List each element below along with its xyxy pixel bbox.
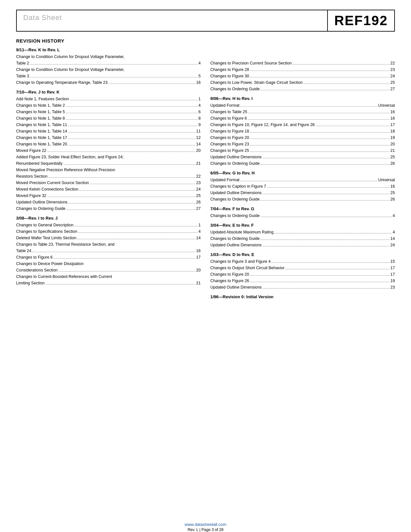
- toc-entry: Changes to Ordering Guide 27: [210, 86, 395, 92]
- right-column: Changes to Precision Current Source Sect…: [210, 38, 395, 300]
- page: Data Sheet REF192 REVISION HISTORY 9/11—…: [0, 10, 411, 532]
- toc-entry: Change to Operating Temperature Range, T…: [16, 79, 201, 86]
- toc-entry: Changes to Output Short Circuit Behavior…: [210, 265, 395, 271]
- toc-entry: Add Note 1, Features Section 1: [16, 96, 201, 102]
- toc-entry: Changes to Figure 25 21: [210, 147, 395, 154]
- toc-entry: Updated Outline Dimensions 25: [210, 154, 395, 160]
- toc-entry: Added Figure 23, Solder Heat Effect Sect…: [16, 154, 201, 167]
- rev-heading-3-04: 3/04—Rev. E to Rev. F: [210, 223, 395, 228]
- toc-entry: Changes to Ordering Guide 26: [210, 196, 395, 202]
- toc-entry: Changes to Note 1, Table 8 8: [16, 115, 201, 122]
- toc-entry: Changes to Ordering Guide 27: [16, 205, 201, 212]
- toc-entry: Changes to Note 1, Table 11 9: [16, 122, 201, 128]
- toc-entry: Changes to Figure 6 16: [210, 115, 395, 122]
- rev-heading-9-06: 9/06—Rev. H to Rev. I: [210, 96, 395, 101]
- toc-entry: Updated Outline Dimensions 24: [210, 242, 395, 248]
- revision-history-title: REVISION HISTORY: [16, 38, 201, 44]
- toc-entry: Updated Format Universal: [210, 177, 395, 183]
- toc-entry: Changes to Note 1, Table 17 12: [16, 134, 201, 141]
- header: Data Sheet REF192: [16, 10, 395, 32]
- toc-entry: Changes to Ordering Guide 14: [210, 235, 395, 242]
- toc-entry: Changes to Table 25 16: [210, 109, 395, 115]
- toc-entry: Changes to Current-Boosted References wi…: [16, 273, 201, 286]
- toc-entry: Changes to Figure 18 18: [210, 128, 395, 134]
- toc-entry: Changes to General Description 1: [16, 222, 201, 228]
- toc-entry: Updated Outline Dimensions 25: [210, 190, 395, 196]
- header-left-title: Data Sheet: [23, 14, 62, 22]
- toc-entry: Updated Absolute Maximum Rating 4: [210, 229, 395, 235]
- footer-link[interactable]: www.datasheetall.com: [185, 522, 226, 527]
- main-content: REVISION HISTORY 9/11—Rev. K to Rev. L C…: [16, 38, 395, 300]
- toc-entry: Changes to Figure 20 19: [210, 134, 395, 141]
- toc-entry: Moved Figure 22 20: [16, 147, 201, 154]
- toc-entry: Changes to Ordering Guide 4: [210, 212, 395, 219]
- toc-entry: Changes to Figure 20 17: [210, 271, 395, 278]
- toc-entry: Changes to Caption in Figure 7 16: [210, 183, 395, 190]
- toc-entry: Changes to Figure 3 and Figure 4 15: [210, 258, 395, 265]
- rev-heading-7-04: 7/04—Rev. F to Rev. G: [210, 206, 395, 211]
- toc-entry: Updated Outline Dimensions 26: [16, 199, 201, 205]
- rev-heading-1-03: 1/03—Rev. D to Rev. E: [210, 252, 395, 257]
- rev-heading-3-08: 3/08—Rev. I to Rev. J: [16, 216, 201, 221]
- toc-entry: Change to Condition Column for Dropout V…: [16, 54, 201, 66]
- toc-entry: Changes to Specifications Section 4: [16, 228, 201, 235]
- header-right-title: REF192: [334, 13, 388, 28]
- toc-entry: Updated Format Universal: [210, 102, 395, 109]
- rev-heading-6-05: 6/05—Rev. G to Rev. H: [210, 171, 395, 175]
- toc-entry: Moved Precision Current Source Section 2…: [16, 180, 201, 186]
- header-left: Data Sheet: [17, 10, 328, 31]
- rev-heading-7-10: 7/10—Rev. J to Rev. K: [16, 90, 201, 94]
- toc-entry: Changes to Figure 26 19: [210, 278, 395, 284]
- toc-entry: Changes to Note 1, Table 5 6: [16, 109, 201, 115]
- footer: www.datasheetall.com Rev. L | Page 3 of …: [0, 522, 411, 532]
- toc-entry: Deleted Wafer Test Limits Section 14: [16, 235, 201, 241]
- toc-entry: Changes to Note 1, Table 2 4: [16, 102, 201, 109]
- toc-entry: Changes to Figure 30 24: [210, 73, 395, 79]
- toc-entry: Updated Outline Dimensions 23: [210, 284, 395, 291]
- rev-heading-1-96: 1/96—Revision 0: Initial Version: [210, 294, 395, 299]
- toc-entry: Changes to Ordering Guide 26: [210, 160, 395, 167]
- toc-entry: Moved Kelvin Connections Section 24: [16, 186, 201, 192]
- footer-info: Rev. L | Page 3 of 28: [0, 527, 411, 532]
- toc-entry: Changes to Device Power Dissipation Cons…: [16, 261, 201, 273]
- toc-entry: Changes to Figure 23 20: [210, 141, 395, 147]
- toc-entry: Change to Condition Column for Dropout V…: [16, 66, 201, 79]
- left-column: REVISION HISTORY 9/11—Rev. K to Rev. L C…: [16, 38, 201, 300]
- rev-heading-9-11: 9/11—Rev. K to Rev. L: [16, 47, 201, 52]
- toc-entry: Changes to Low Power, Strain Gage Circui…: [210, 79, 395, 86]
- toc-entry: Changes to Figure 10, Figure 12, Figure …: [210, 122, 395, 128]
- toc-entry: Changes to Precision Current Source Sect…: [210, 60, 395, 66]
- toc-entry: Moved Figure 32 25: [16, 192, 201, 199]
- header-right: REF192: [328, 10, 394, 31]
- toc-entry: Changes to Note 1, Table 20 14: [16, 141, 201, 147]
- toc-entry: Changes to Table 23, Thermal Resistance …: [16, 241, 201, 254]
- toc-entry: Changes to Note 1, Table 14 11: [16, 128, 201, 134]
- toc-entry: Changes to Figure 6 17: [16, 254, 201, 261]
- toc-entry: Moved Negative Precision Reference Witho…: [16, 167, 201, 180]
- toc-entry: Changes to Figure 28 23: [210, 66, 395, 73]
